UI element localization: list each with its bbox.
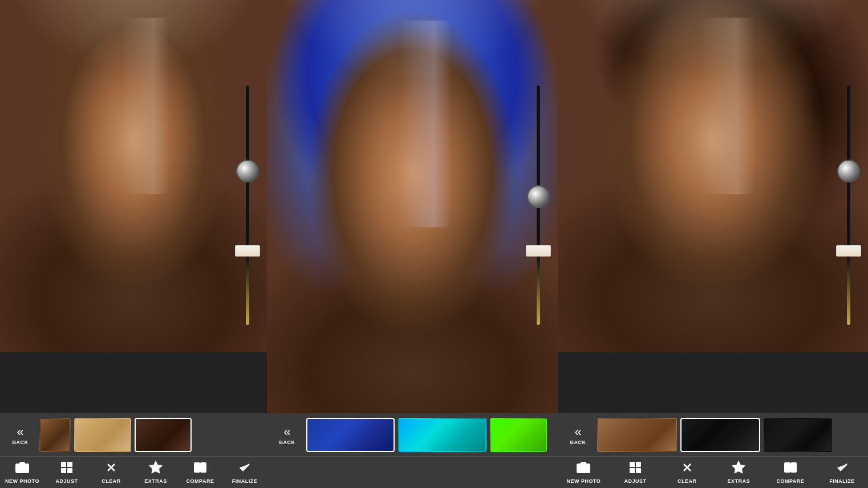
hair-sample-left-1[interactable] [74, 418, 131, 452]
slider-bar-bottom-right [847, 257, 850, 325]
hair-sample-right-2[interactable] [764, 418, 832, 452]
adjust-button-left[interactable]: ADJUST [50, 461, 84, 484]
toolbar-left: « BACK NEW PHOTO [0, 413, 267, 488]
hair-sample-center-1[interactable] [398, 418, 486, 452]
back-button-right[interactable]: « BACK [562, 425, 594, 445]
camera-icon-left [15, 461, 29, 477]
compare-button-left[interactable]: COMPARE [183, 461, 217, 484]
clear-label-right: CLEAR [678, 478, 697, 484]
camera-icon-right [577, 461, 590, 477]
slider-bar-bottom-left [246, 257, 249, 325]
finalize-label-right: FINALIZE [829, 478, 855, 484]
photo-left[interactable] [0, 0, 267, 352]
new-photo-label-right: NEW PHOTO [566, 478, 601, 484]
svg-rect-4 [68, 469, 72, 473]
svg-rect-18 [785, 463, 790, 472]
slider-handle-left[interactable] [235, 245, 260, 257]
extras-label-right: EXTRAS [728, 478, 751, 484]
slider-left[interactable] [235, 86, 260, 325]
slider-track-left[interactable] [246, 86, 249, 245]
svg-rect-2 [68, 462, 72, 466]
svg-point-10 [581, 466, 586, 470]
slider-handle-center[interactable] [526, 245, 551, 257]
back-arrow-icon-right: « [574, 425, 581, 440]
adjust-button-right[interactable]: ADJUST [618, 461, 652, 484]
slider-thumb-left[interactable] [236, 160, 259, 182]
slider-thumb-right[interactable] [837, 160, 860, 182]
slider-bar-bottom-center [537, 257, 540, 325]
back-arrow-icon-left: « [17, 425, 23, 440]
slider-track-center[interactable] [537, 86, 540, 245]
compare-label-right: COMPARE [777, 478, 805, 484]
x-icon-left [104, 461, 118, 477]
back-label-left: BACK [13, 440, 29, 445]
slider-thumb-center[interactable] [527, 185, 550, 208]
svg-marker-7 [150, 462, 161, 473]
hair-sample-center-0[interactable] [306, 418, 395, 452]
toolbar-actions-center [267, 456, 558, 488]
svg-rect-1 [62, 462, 66, 466]
svg-rect-9 [201, 463, 206, 472]
svg-rect-3 [62, 469, 66, 473]
compare-button-right[interactable]: COMPARE [773, 461, 808, 484]
slider-right[interactable] [836, 86, 861, 325]
toolbar-actions-left: NEW PHOTO ADJUST CLEAR [0, 456, 267, 488]
toolbar-actions-right: NEW PHOTO ADJUST CLEAR [558, 456, 868, 488]
main-panels [0, 0, 868, 413]
panel-right [558, 0, 868, 352]
compare-icon-left [193, 461, 207, 477]
clear-button-left[interactable]: CLEAR [94, 461, 128, 484]
svg-point-0 [20, 466, 25, 470]
new-photo-label-left: NEW PHOTO [5, 478, 39, 484]
x-icon-right [680, 461, 694, 477]
svg-rect-19 [791, 463, 796, 472]
adjust-icon-right [628, 461, 642, 477]
adjust-icon-left [60, 461, 74, 477]
hair-samples-center: « BACK [267, 413, 558, 456]
check-icon-left [238, 461, 252, 477]
compare-label-left: COMPARE [186, 478, 214, 484]
extras-label-left: EXTRAS [144, 478, 167, 484]
hair-samples-left: « BACK [0, 413, 267, 456]
back-label-right: BACK [570, 440, 586, 445]
svg-rect-13 [630, 469, 634, 473]
panel-left [0, 0, 267, 352]
back-label-center: BACK [279, 440, 295, 445]
back-button-left[interactable]: « BACK [5, 425, 36, 445]
extras-button-left[interactable]: EXTRAS [139, 461, 173, 484]
slider-track-right[interactable] [847, 86, 850, 245]
finalize-button-left[interactable]: FINALIZE [228, 461, 262, 484]
photo-center[interactable] [267, 0, 558, 413]
finalize-button-right[interactable]: FINALIZE [825, 461, 859, 484]
check-icon-right [835, 461, 849, 477]
toolbar-center: « BACK [267, 413, 558, 488]
hair-sample-center-2[interactable] [490, 418, 547, 452]
star-icon-right [732, 461, 745, 477]
hair-sample-left-2[interactable] [135, 418, 192, 452]
photo-right[interactable] [558, 0, 868, 352]
panel-center [267, 0, 558, 413]
hair-sample-right-0[interactable] [597, 418, 677, 452]
compare-icon-right [784, 461, 797, 477]
slider-center[interactable] [526, 86, 551, 325]
back-arrow-icon-center: « [283, 425, 290, 440]
svg-rect-14 [636, 469, 640, 473]
slider-handle-right[interactable] [836, 245, 861, 257]
finalize-label-left: FINALIZE [232, 478, 258, 484]
adjust-label-left: ADJUST [55, 478, 78, 484]
svg-rect-8 [194, 463, 200, 472]
hair-sample-left-0[interactable] [39, 418, 71, 452]
new-photo-button-right[interactable]: NEW PHOTO [566, 461, 601, 484]
back-button-center[interactable]: « BACK [271, 425, 303, 445]
hair-sample-right-1[interactable] [680, 418, 760, 452]
adjust-label-right: ADJUST [624, 478, 646, 484]
clear-button-right[interactable]: CLEAR [670, 461, 704, 484]
svg-marker-17 [733, 462, 744, 473]
svg-rect-12 [636, 462, 640, 466]
svg-rect-11 [630, 462, 634, 466]
new-photo-button-left[interactable]: NEW PHOTO [5, 461, 39, 484]
toolbar-right: « BACK NEW PHOTO [558, 413, 868, 488]
extras-button-right[interactable]: EXTRAS [721, 461, 756, 484]
hair-samples-right: « BACK [558, 413, 868, 456]
clear-label-left: CLEAR [102, 478, 121, 484]
